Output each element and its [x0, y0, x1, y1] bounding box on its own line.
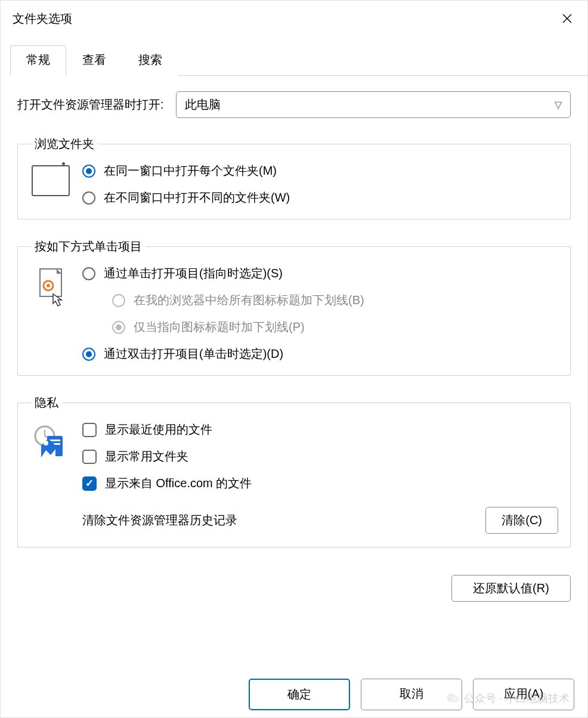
privacy-legend: 隐私 — [31, 395, 62, 411]
restore-defaults-button[interactable]: 还原默认值(R) — [451, 575, 571, 602]
radio-icon — [82, 348, 95, 361]
tab-view[interactable]: 查看 — [66, 45, 122, 76]
tab-bar: 常规 查看 搜索 — [10, 45, 587, 76]
radio-icon — [112, 321, 125, 334]
clear-button[interactable]: 清除(C) — [485, 507, 558, 534]
radio-icon — [82, 165, 95, 178]
checkbox-show-frequent[interactable]: 显示常用文件夹 — [82, 448, 558, 465]
radio-underline-point: 仅当指向图标标题时加下划线(P) — [112, 319, 558, 335]
click-legend: 按如下方式单击项目 — [31, 239, 146, 255]
titlebar: 文件夹选项 — [1, 1, 587, 36]
click-items-group: 按如下方式单击项目 通过单击打开项目(指向时选定)(S) 在我的 — [17, 239, 571, 376]
tab-content: 打开文件资源管理器时打开: 此电脑 ▽ 浏览文件夹 在同一窗口中打开每个文件夹(… — [1, 76, 587, 572]
privacy-group: 隐私 显示最近使用的文件 — [17, 395, 571, 547]
radio-new-window[interactable]: 在不同窗口中打开不同的文件夹(W) — [82, 190, 558, 206]
ok-button[interactable]: 确定 — [249, 679, 350, 710]
radio-underline-all: 在我的浏览器中给所有图标标题加下划线(B) — [112, 292, 558, 308]
checkbox-icon — [82, 476, 97, 491]
window-title: 文件夹选项 — [13, 11, 72, 27]
checkbox-show-office[interactable]: 显示来自 Office.com 的文件 — [82, 475, 558, 491]
open-with-label: 打开文件资源管理器时打开: — [17, 97, 164, 113]
svg-point-12 — [44, 441, 48, 445]
checkbox-show-recent[interactable]: 显示最近使用的文件 — [82, 422, 558, 438]
close-button[interactable] — [549, 4, 585, 33]
tab-general[interactable]: 常规 — [10, 45, 66, 76]
browse-folders-group: 浏览文件夹 在同一窗口中打开每个文件夹(M) 在不同窗口中打开不同的文件夹(W) — [17, 136, 571, 219]
browse-legend: 浏览文件夹 — [31, 136, 98, 152]
click-cursor-icon — [30, 265, 72, 362]
recent-items-icon — [30, 422, 72, 534]
radio-icon — [82, 191, 95, 205]
checkbox-icon — [82, 423, 97, 437]
radio-icon — [82, 267, 95, 280]
checkbox-icon — [82, 450, 97, 464]
tab-search[interactable]: 搜索 — [122, 45, 178, 76]
dialog-footer: 确定 取消 应用(A) — [249, 679, 574, 710]
radio-same-window[interactable]: 在同一窗口中打开每个文件夹(M) — [82, 163, 558, 179]
open-with-value: 此电脑 — [185, 97, 221, 113]
folder-window-icon — [30, 163, 72, 206]
apply-button[interactable]: 应用(A) — [473, 679, 574, 710]
clear-history-label: 清除文件资源管理器历史记录 — [82, 512, 237, 528]
chevron-down-icon: ▽ — [555, 99, 562, 110]
close-icon — [562, 13, 572, 24]
svg-rect-10 — [49, 440, 60, 441]
open-with-row: 打开文件资源管理器时打开: 此电脑 ▽ — [17, 91, 571, 118]
open-with-dropdown[interactable]: 此电脑 ▽ — [176, 91, 571, 118]
radio-single-click[interactable]: 通过单击打开项目(指向时选定)(S) — [82, 265, 558, 281]
svg-point-5 — [47, 284, 50, 287]
radio-double-click[interactable]: 通过双击打开项目(单击时选定)(D) — [82, 346, 558, 362]
radio-icon — [112, 294, 125, 307]
cancel-button[interactable]: 取消 — [361, 679, 462, 710]
